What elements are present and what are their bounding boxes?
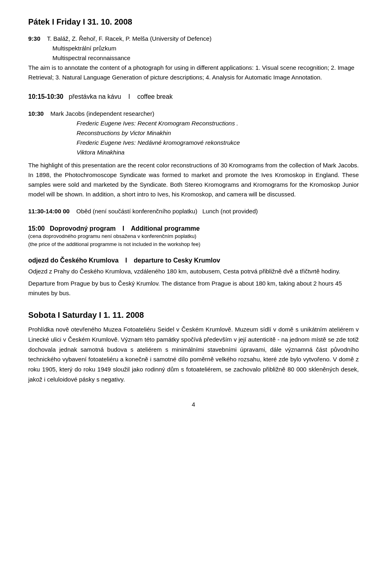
additional-programme-block: 15:00 Doprovodný program I Additional pr… xyxy=(28,225,359,248)
departure-desc-en: Departure from Prague by bus to Český Kr… xyxy=(28,279,359,298)
coffee-break-label-en: coffee break xyxy=(137,93,173,100)
additional-title-en: Additional programme xyxy=(131,225,200,232)
session-930-title-cs: Multispektrální průzkum xyxy=(52,45,116,52)
lunch-label-cs: Oběd (není součástí konferenčního poplat… xyxy=(76,208,197,215)
session-1030-description: The highlight of this presentation are t… xyxy=(28,161,359,199)
additional-note-en: (the price of the additional programme i… xyxy=(28,240,359,248)
saturday-description: Prohlídka nově otevřeného Muzea Fotoatel… xyxy=(28,325,359,385)
session-1030-subtitle3: Viktora Minakhina xyxy=(77,148,359,157)
session-930-title-en: Multispectral reconnaissance xyxy=(52,54,130,61)
coffee-break-separator: I xyxy=(128,93,130,100)
session-1030-subtitle2: Frederic Eugene Ives: Nedávné kromogramo… xyxy=(77,138,359,148)
departure-separator: I xyxy=(125,257,127,264)
additional-time: 15:00 xyxy=(28,225,45,232)
session-930-description: The aim is to annotate the content of a … xyxy=(28,64,354,81)
session-930-presenter: T. Baláž, Z. Řehoř, F. Racek, P. Melša (… xyxy=(47,35,211,42)
coffee-break-block: 10:15-10:30 přestávka na kávu I coffee b… xyxy=(28,92,359,102)
coffee-break-time: 10:15-10:30 xyxy=(28,93,63,100)
departure-label-en: departure to Cesky Krumlov xyxy=(134,257,220,264)
session-1030-title: Frederic Eugene Ives: Recent Kromogram R… xyxy=(77,119,359,128)
session-1030-block: 10:30 Mark Jacobs (independent researche… xyxy=(28,109,359,199)
departure-label-cs: odjezd do Českého Krumlova xyxy=(28,257,119,264)
session-930-block: 9:30 T. Baláž, Z. Řehoř, F. Racek, P. Me… xyxy=(28,34,359,82)
page-number: 4 xyxy=(28,401,359,408)
departure-block: odjezd do Českého Krumlova I departure t… xyxy=(28,257,359,298)
additional-note-cs: (cena doprovodného programu není obsažen… xyxy=(28,232,359,240)
saturday-header: Sobota I Saturday I 1. 11. 2008 xyxy=(28,309,359,321)
session-930-time: 9:30 xyxy=(28,35,40,42)
additional-separator: I xyxy=(123,225,124,232)
lunch-block: 11:30-14:00 00 Oběd (není součástí konfe… xyxy=(28,206,359,216)
lunch-label-en: Lunch (not provided) xyxy=(202,208,258,215)
departure-desc-cs: Odjezd z Prahy do Českého Krumlova, vzdá… xyxy=(28,267,359,276)
page-header: Pátek I Friday I 31. 10. 2008 xyxy=(28,16,359,27)
session-1030-presenter: Mark Jacobs (independent researcher) xyxy=(50,110,154,117)
session-1030-subtitle1: Reconstructions by Victor Minakhin xyxy=(77,128,359,138)
additional-title-cs: Doprovodný program xyxy=(50,225,116,232)
coffee-break-label-cs: přestávka na kávu xyxy=(69,93,121,100)
session-1030-time: 10:30 xyxy=(28,110,44,117)
lunch-time: 11:30-14:00 00 xyxy=(28,208,70,215)
